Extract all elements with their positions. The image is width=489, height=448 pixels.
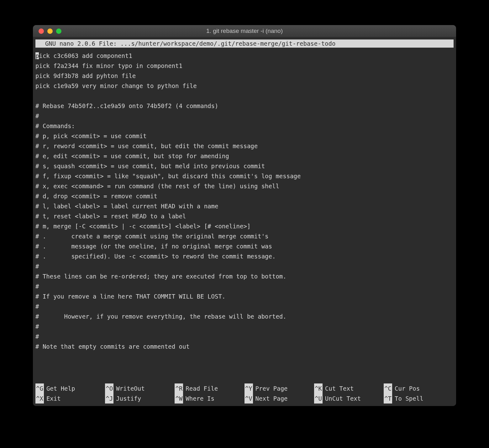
- editor-line[interactable]: # If you remove a line here THAT COMMIT …: [35, 291, 454, 301]
- terminal-body[interactable]: GNU nano 2.0.6 File: ...s/hunter/workspa…: [33, 39, 456, 406]
- footer-item: ^WWhere Is: [175, 393, 244, 404]
- shortcut-key: ^W: [175, 393, 183, 404]
- shortcut-label: Read File: [186, 383, 218, 393]
- editor-line-first[interactable]: pick c3c6063 add component1: [35, 51, 454, 61]
- shortcut-label: Where Is: [186, 393, 214, 404]
- footer-item: ^YPrev Page: [244, 383, 314, 393]
- editor-line[interactable]: #: [35, 111, 454, 121]
- shortcut-label: To Spell: [395, 393, 423, 404]
- editor-line[interactable]: # p, pick <commit> = use commit: [35, 131, 454, 141]
- footer-item: ^KCut Text: [314, 383, 384, 393]
- shortcut-key: ^X: [35, 393, 44, 404]
- shortcut-key: ^J: [105, 393, 113, 404]
- editor-line[interactable]: pick f2a2344 fix minor typo in component…: [35, 61, 454, 71]
- editor-line[interactable]: # . specified). Use -c <commit> to rewor…: [35, 251, 454, 261]
- shortcut-label: Cur Pos: [395, 383, 420, 393]
- footer-item: ^RRead File: [175, 383, 244, 393]
- footer-item: ^TTo Spell: [384, 393, 453, 404]
- editor-line[interactable]: # m, merge [-C <commit> | -c <commit>] <…: [35, 221, 454, 231]
- titlebar: 1. git rebase master -i (nano): [33, 25, 456, 37]
- editor-line[interactable]: # x, exec <command> = run command (the r…: [35, 181, 454, 191]
- editor-line[interactable]: # e, edit <commit> = use commit, but sto…: [35, 151, 454, 161]
- shortcut-key: ^U: [314, 393, 323, 404]
- shortcut-key: ^C: [384, 383, 392, 393]
- footer-item: ^XExit: [35, 393, 105, 404]
- shortcut-key: ^Y: [244, 383, 253, 393]
- editor-line[interactable]: # Note that empty commits are commented …: [35, 341, 454, 352]
- footer-item: ^OWriteOut: [105, 383, 175, 393]
- cursor: p: [35, 52, 39, 59]
- editor-line[interactable]: # Rebase 74b50f2..c1e9a59 onto 74b50f2 (…: [35, 101, 454, 111]
- editor-content[interactable]: pick c3c6063 add component1pick f2a2344 …: [33, 48, 456, 355]
- terminal-window: 1. git rebase master -i (nano) GNU nano …: [33, 25, 456, 406]
- shortcut-key: ^T: [384, 393, 392, 404]
- shortcut-label: Prev Page: [255, 383, 288, 393]
- editor-line[interactable]: # These lines can be re-ordered; they ar…: [35, 271, 454, 281]
- shortcut-label: Justify: [116, 393, 141, 404]
- editor-line[interactable]: #: [35, 331, 454, 341]
- shortcut-key: ^O: [105, 383, 113, 393]
- shortcut-key: ^R: [175, 383, 183, 393]
- shortcut-label: Cut Text: [325, 383, 354, 393]
- shortcut-label: UnCut Text: [325, 393, 361, 404]
- nano-footer: ^GGet Help^OWriteOut^RRead File^YPrev Pa…: [35, 383, 454, 404]
- footer-item: ^VNext Page: [244, 393, 314, 404]
- shortcut-label: Next Page: [255, 393, 288, 404]
- editor-line[interactable]: # t, reset <label> = reset HEAD to a lab…: [35, 211, 454, 221]
- shortcut-key: ^K: [314, 383, 323, 393]
- footer-item: ^UUnCut Text: [314, 393, 384, 404]
- maximize-icon[interactable]: [56, 29, 61, 34]
- close-icon[interactable]: [39, 29, 44, 34]
- editor-line[interactable]: pick c1e9a59 very minor change to python…: [35, 81, 454, 91]
- editor-line[interactable]: # . message (or the oneline, if no origi…: [35, 241, 454, 251]
- window-title: 1. git rebase master -i (nano): [39, 28, 450, 34]
- shortcut-key: ^V: [244, 393, 253, 404]
- nano-header: GNU nano 2.0.6 File: ...s/hunter/workspa…: [35, 39, 454, 48]
- shortcut-label: Exit: [46, 393, 61, 404]
- editor-line[interactable]: # d, drop <commit> = remove commit: [35, 191, 454, 201]
- editor-line[interactable]: # f, fixup <commit> = like "squash", but…: [35, 171, 454, 181]
- footer-item: ^CCur Pos: [384, 383, 453, 393]
- editor-line[interactable]: # l, label <label> = label current HEAD …: [35, 201, 454, 211]
- traffic-lights: [39, 29, 61, 34]
- editor-line[interactable]: # . create a merge commit using the orig…: [35, 231, 454, 241]
- minimize-icon[interactable]: [47, 29, 53, 34]
- editor-line[interactable]: # However, if you remove everything, the…: [35, 311, 454, 321]
- editor-line[interactable]: # Commands:: [35, 121, 454, 131]
- first-line-rest: ick c3c6063 add component1: [39, 52, 132, 59]
- footer-item: ^JJustify: [105, 393, 175, 404]
- footer-row-2: ^XExit^JJustify^WWhere Is^VNext Page^UUn…: [35, 393, 454, 404]
- editor-line[interactable]: #: [35, 261, 454, 271]
- shortcut-label: WriteOut: [116, 383, 145, 393]
- editor-line[interactable]: #: [35, 321, 454, 331]
- footer-row-1: ^GGet Help^OWriteOut^RRead File^YPrev Pa…: [35, 383, 454, 393]
- footer-item: ^GGet Help: [35, 383, 105, 393]
- shortcut-key: ^G: [35, 383, 44, 393]
- shortcut-label: Get Help: [46, 383, 75, 393]
- editor-line[interactable]: #: [35, 301, 454, 311]
- editor-line[interactable]: # r, reword <commit> = use commit, but e…: [35, 141, 454, 151]
- editor-line[interactable]: [35, 91, 454, 101]
- editor-line[interactable]: # s, squash <commit> = use commit, but m…: [35, 161, 454, 171]
- editor-line[interactable]: #: [35, 281, 454, 291]
- editor-line[interactable]: pick 9df3b78 add pyhton file: [35, 71, 454, 81]
